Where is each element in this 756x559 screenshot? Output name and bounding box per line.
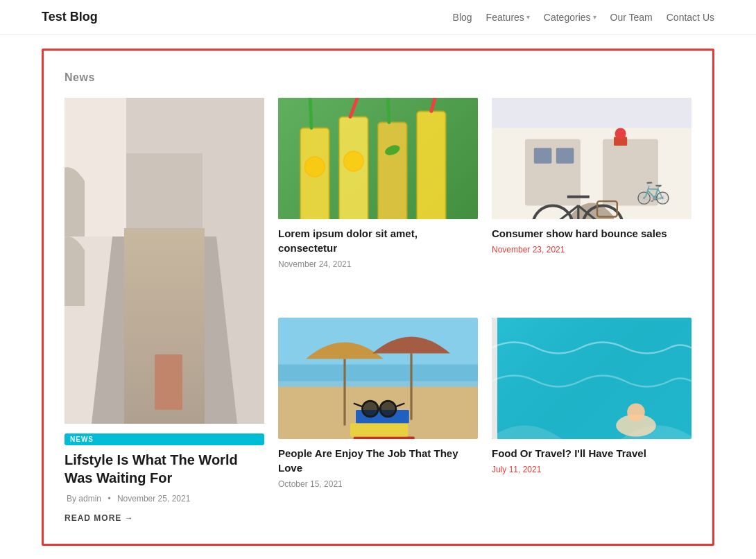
svg-point-23: [304, 157, 325, 177]
featured-author: By admin: [67, 494, 101, 504]
svg-point-4: [152, 323, 177, 372]
featured-image: [65, 98, 264, 424]
featured-badge: NEWS: [65, 433, 264, 445]
article-pool-title[interactable]: Food Or Travel? I'll Have Travel: [492, 446, 691, 461]
chevron-down-icon: ▾: [526, 13, 530, 21]
beach-image: [278, 318, 478, 439]
svg-point-56: [381, 402, 395, 415]
featured-date: November 25, 2021: [117, 494, 190, 504]
svg-point-24: [343, 151, 363, 171]
section-title: News: [65, 71, 691, 84]
alley-image: [65, 98, 264, 424]
article-bike-title[interactable]: Consumer show hard bounce sales: [492, 226, 691, 241]
article-bike-date: November 23, 2021: [492, 245, 691, 255]
svg-rect-18: [417, 112, 446, 220]
svg-rect-17: [378, 123, 407, 220]
svg-point-5: [156, 302, 173, 323]
nav-contact-us[interactable]: Contact Us: [667, 12, 714, 23]
svg-rect-7: [160, 370, 164, 391]
svg-rect-8: [165, 370, 169, 391]
svg-point-62: [627, 403, 645, 421]
svg-point-11: [151, 389, 178, 396]
news-grid: NEWS Lifstyle Is What The World Was Wait…: [65, 98, 691, 523]
svg-point-55: [363, 402, 377, 415]
svg-rect-31: [556, 148, 574, 163]
svg-point-6: [157, 302, 171, 313]
nav-blog[interactable]: Blog: [453, 12, 472, 23]
nav-our-team[interactable]: Our Team: [610, 12, 653, 23]
site-logo[interactable]: Test Blog: [42, 10, 98, 24]
featured-meta: By admin • November 25, 2021: [65, 494, 264, 504]
meta-separator: •: [108, 494, 113, 504]
main-nav: Blog Features ▾ Categories ▾ Our Team Co…: [453, 12, 714, 23]
featured-title[interactable]: Lifstyle Is What The World Was Waiting F…: [65, 451, 264, 487]
article-drinks-title[interactable]: Lorem ipsum dolor sit amet, consectetur: [278, 226, 478, 255]
svg-rect-29: [603, 139, 658, 206]
svg-line-10: [173, 327, 175, 344]
article-beach-date: October 15, 2021: [278, 479, 478, 489]
featured-article: NEWS Lifstyle Is What The World Was Wait…: [65, 98, 264, 523]
article-beach-title[interactable]: People Are Enjoy The Job That They Love: [278, 446, 478, 475]
nav-categories[interactable]: Categories ▾: [544, 12, 596, 23]
article-beach: People Are Enjoy The Job That They Love …: [278, 318, 478, 524]
article-pool: Food Or Travel? I'll Have Travel July 11…: [492, 318, 691, 524]
pool-image: [492, 318, 691, 439]
nav-features[interactable]: Features ▾: [486, 12, 530, 23]
article-bike: Consumer show hard bounce sales November…: [492, 98, 691, 304]
article-drinks: Lorem ipsum dolor sit amet, consectetur …: [278, 98, 478, 304]
header: Test Blog Blog Features ▾ Categories ▾ O…: [0, 0, 756, 35]
svg-rect-48: [350, 423, 408, 436]
chevron-down-icon: ▾: [593, 13, 596, 21]
article-pool-date: July 11, 2021: [492, 465, 691, 474]
svg-line-9: [144, 327, 156, 347]
read-more-link[interactable]: READ MORE →: [65, 513, 264, 523]
main-content: News: [0, 35, 756, 559]
svg-point-33: [615, 128, 626, 139]
svg-rect-47: [354, 436, 415, 439]
svg-rect-30: [534, 148, 552, 163]
svg-rect-12: [126, 153, 203, 250]
article-drinks-date: November 24, 2021: [278, 259, 478, 269]
drinks-image: [278, 98, 478, 219]
bike-image: [492, 98, 691, 219]
svg-rect-58: [492, 318, 691, 439]
news-section-box: News: [42, 49, 714, 546]
